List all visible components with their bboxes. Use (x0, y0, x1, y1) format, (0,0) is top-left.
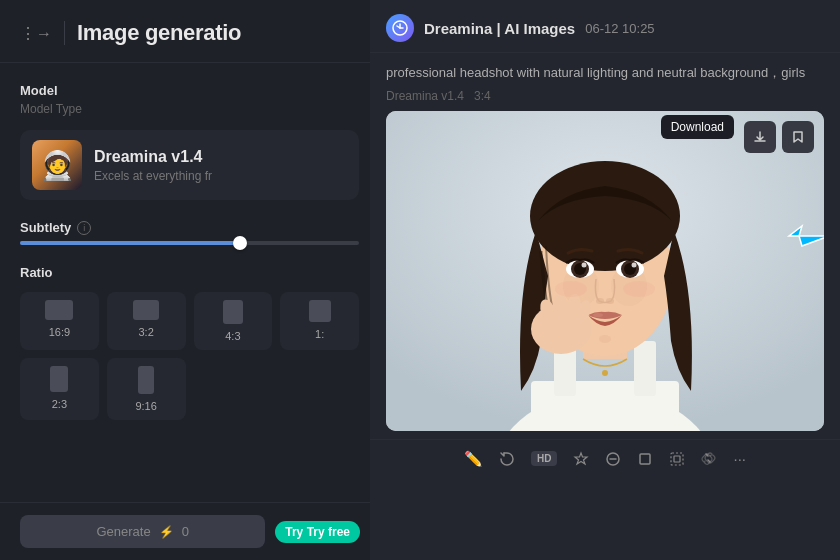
ratio-box-2-3 (50, 366, 68, 392)
generate-label: Generate (96, 524, 150, 539)
subtlety-slider[interactable] (20, 241, 359, 245)
ratio-box-3-2 (133, 300, 159, 320)
ai-portrait (386, 111, 824, 431)
svg-rect-4 (531, 381, 679, 431)
bottom-bar: Generate ⚡ 0 Try Try free (0, 502, 380, 560)
ratio-label-16-9: 16:9 (49, 326, 70, 338)
subtlety-row: Subtlety i (20, 220, 359, 235)
slider-fill (20, 241, 240, 245)
svg-rect-35 (671, 453, 683, 465)
try-free-badge[interactable]: Try Try free (275, 521, 360, 543)
svg-point-17 (582, 262, 587, 267)
hd-badge[interactable]: HD (531, 451, 557, 466)
free-label: Try free (307, 525, 350, 539)
ratio-label-3-2: 3:2 (138, 326, 153, 338)
image-actions: Download (744, 121, 814, 153)
left-header: ⋮→ Image generatio (0, 0, 379, 63)
model-card[interactable]: 🧑‍🚀 Dreamina v1.4 Excels at everything f… (20, 130, 359, 200)
generate-button[interactable]: Generate ⚡ 0 (20, 515, 265, 548)
bolt-icon: ⚡ (159, 525, 174, 539)
header-divider (64, 21, 65, 45)
svg-point-21 (632, 262, 637, 267)
svg-point-24 (593, 313, 603, 317)
generate-count: 0 (182, 524, 189, 539)
app-name: Dreamina | AI Images (424, 20, 575, 37)
subtlety-info-icon[interactable]: i (77, 221, 91, 235)
ratio-item-9-16[interactable]: 9:16 (107, 358, 186, 420)
left-panel: ⋮→ Image generatio Model Model Type 🧑‍🚀 … (0, 0, 380, 560)
prompt-meta: Dreamina v1.4 3:4 (386, 89, 824, 103)
right-header: Dreamina | AI Images 06-12 10:25 (370, 0, 840, 53)
ratio-grid-row2: 2:3 9:16 (20, 358, 359, 420)
ratio-box-1-1 (309, 300, 331, 322)
prompt-area: professional headshot with natural light… (370, 53, 840, 111)
model-description: Excels at everything fr (94, 169, 212, 183)
timestamp: 06-12 10:25 (585, 21, 654, 36)
bottom-toolbar: ✏️ HD (370, 439, 840, 478)
ratio-label-4-3: 4:3 (225, 330, 240, 342)
ratio-grid-row1: 16:9 3:2 4:3 1: (20, 292, 359, 350)
model-name: Dreamina v1.4 (94, 148, 212, 166)
ratio-item-2-3[interactable]: 2:3 (20, 358, 99, 420)
page-title: Image generatio (77, 20, 241, 46)
app-logo (386, 14, 414, 42)
left-content: Model Model Type 🧑‍🚀 Dreamina v1.4 Excel… (0, 63, 379, 460)
ratio-label-9-16: 9:16 (135, 400, 156, 412)
edit-icon[interactable]: ✏️ (464, 450, 483, 468)
download-button[interactable] (744, 121, 776, 153)
svg-point-23 (606, 298, 614, 304)
subtlety-label: Subtlety (20, 220, 71, 235)
svg-point-25 (599, 335, 611, 343)
model-section-label: Model (20, 83, 359, 98)
remove-bg-icon[interactable] (605, 451, 621, 467)
ratio-item-1-1[interactable]: 1: (280, 292, 359, 350)
prompt-text: professional headshot with natural light… (386, 63, 824, 83)
ratio-item-3-2[interactable]: 3:2 (107, 292, 186, 350)
ratio-box-9-16 (138, 366, 154, 394)
duration-meta: 3:4 (474, 89, 491, 103)
ratio-item-16-9[interactable]: 16:9 (20, 292, 99, 350)
svg-rect-36 (674, 456, 680, 462)
svg-point-32 (623, 281, 655, 297)
collapse-icon[interactable]: ⋮→ (20, 24, 52, 43)
bookmark-button[interactable] (782, 121, 814, 153)
model-info: Dreamina v1.4 Excels at everything fr (94, 148, 212, 183)
more-icon[interactable]: ··· (733, 450, 746, 467)
svg-point-13 (530, 161, 680, 271)
right-panel: Dreamina | AI Images 06-12 10:25 profess… (370, 0, 840, 560)
image-container: Download (386, 111, 824, 431)
model-thumbnail: 🧑‍🚀 (32, 140, 82, 190)
link-icon[interactable] (701, 451, 717, 467)
ratio-box-16-9 (45, 300, 73, 320)
try-free-label: Try (285, 525, 306, 539)
model-version-meta: Dreamina v1.4 (386, 89, 464, 103)
ratio-label-1-1: 1: (315, 328, 324, 340)
expand-icon[interactable] (669, 451, 685, 467)
svg-point-31 (555, 281, 587, 297)
slider-thumb[interactable] (233, 236, 247, 250)
model-emoji: 🧑‍🚀 (40, 149, 75, 182)
crop-icon[interactable] (637, 451, 653, 467)
ratio-label: Ratio (20, 265, 359, 280)
svg-rect-34 (640, 454, 650, 464)
download-tooltip: Download (661, 115, 734, 139)
enhance-icon[interactable] (573, 451, 589, 467)
model-section-sublabel: Model Type (20, 102, 359, 116)
ratio-box-4-3 (223, 300, 243, 324)
svg-point-9 (602, 370, 608, 376)
ratio-label-2-3: 2:3 (52, 398, 67, 410)
ratio-item-4-3[interactable]: 4:3 (194, 292, 273, 350)
refresh-icon[interactable] (499, 451, 515, 467)
svg-point-22 (596, 298, 604, 304)
svg-rect-6 (634, 341, 656, 396)
